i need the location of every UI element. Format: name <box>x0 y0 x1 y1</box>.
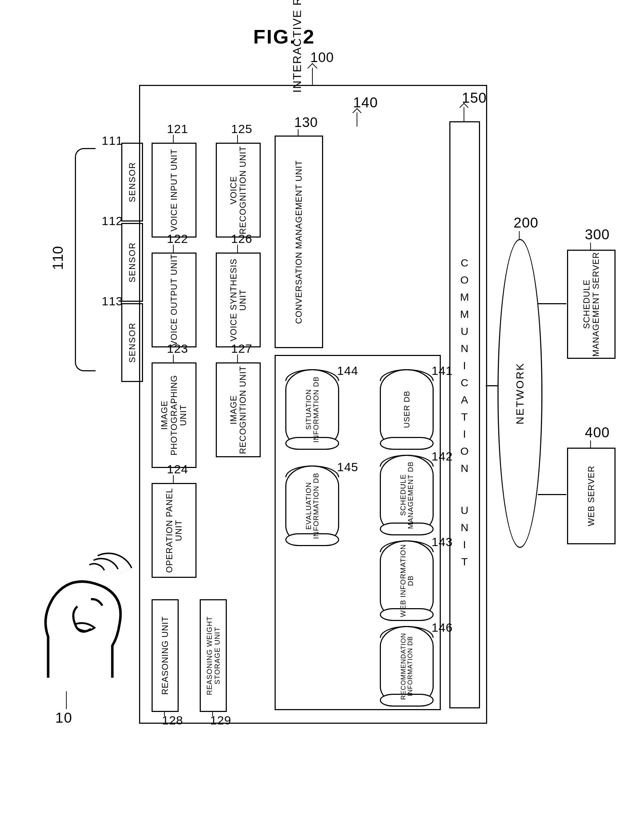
lead <box>173 135 174 143</box>
sensor-113: SENSOR <box>121 303 143 382</box>
sensor-111: SENSOR <box>121 143 143 221</box>
block-label: VOICE OUTPUT UNIT <box>169 254 178 346</box>
web-server: WEB SERVER <box>567 448 616 544</box>
ref-130: 130 <box>294 115 318 130</box>
ref-100: 100 <box>310 50 334 65</box>
ref-400: 400 <box>585 425 610 441</box>
communication-unit-label: COMMUNICATIONUNIT <box>460 257 469 573</box>
sensor-label: SENSOR <box>127 322 137 363</box>
network-node: NETWORK <box>497 239 542 548</box>
figure-title: FIG. 2 <box>253 25 315 48</box>
communication-unit: COMMUNICATIONUNIT <box>449 121 480 708</box>
ref-128: 128 <box>162 714 183 727</box>
lead-150 <box>464 107 464 121</box>
sensor-112: SENSOR <box>121 223 143 302</box>
lead <box>173 355 174 362</box>
ref-200: 200 <box>513 215 539 231</box>
sensor-brace <box>75 148 96 371</box>
ref-127: 127 <box>231 342 253 355</box>
db-label: SCHEDULE MANAGEMENT DB <box>400 456 414 534</box>
ref-144: 144 <box>337 364 358 378</box>
voice-input-unit: VOICE INPUT UNIT <box>152 143 196 238</box>
image-recognition-unit: IMAGE RECOGNITION UNIT <box>216 362 261 457</box>
network-label: NETWORK <box>514 362 526 425</box>
ref-121: 121 <box>167 122 188 136</box>
block-label: VOICE INPUT UNIT <box>169 149 178 232</box>
ref-126: 126 <box>231 232 253 246</box>
voice-output-unit: VOICE OUTPUT UNIT <box>152 253 196 347</box>
lead-100 <box>312 68 313 85</box>
web-information-db: WEB INFORMATION DB <box>380 540 434 621</box>
ref-124: 124 <box>167 462 188 476</box>
lead <box>212 711 213 716</box>
ref-111: 111 <box>102 134 123 148</box>
voice-recognition-unit: VOICE RECOGNITION UNIT <box>216 143 261 238</box>
lead <box>298 129 298 136</box>
image-photographing-unit: IMAGE PHOTOGRAPHING UNIT <box>152 362 196 468</box>
recommendation-information-db: RECOMMENDATION INFORMATION DB <box>380 626 434 707</box>
db-label: SITUATION INFORMATION DB <box>305 370 320 449</box>
conn-net-400 <box>538 494 566 495</box>
ref-129: 129 <box>210 714 231 727</box>
block-label: IMAGE RECOGNITION UNIT <box>229 363 248 456</box>
lead <box>173 245 174 253</box>
ref-122: 122 <box>167 232 188 246</box>
conversation-management-unit: CONVERSATION MANAGEMENT UNIT <box>275 136 323 348</box>
ref-125: 125 <box>231 122 253 136</box>
sensor-label: SENSOR <box>127 162 137 202</box>
block-label: VOICE RECOGNITION UNIT <box>229 144 248 237</box>
block-label: REASONING WEIGHT STORAGE UNIT <box>205 600 221 711</box>
lead-140 <box>357 112 357 126</box>
situation-information-db: SITUATION INFORMATION DB <box>285 369 339 450</box>
block-label: OPERATION PANEL UNIT <box>165 484 184 577</box>
lead <box>237 355 238 362</box>
lead <box>237 135 238 143</box>
db-label: USER DB <box>403 391 411 428</box>
sensor-label: SENSOR <box>127 242 137 283</box>
interactive-robot-title: INTERACTIVE ROBOT <box>291 0 304 93</box>
schedule-management-server: SCHEDULE MANAGEMENT SERVER <box>567 249 616 359</box>
ref-123: 123 <box>167 342 188 355</box>
ref-113: 113 <box>102 294 123 308</box>
ref-150: 150 <box>462 90 487 106</box>
schedule-management-db: SCHEDULE MANAGEMENT DB <box>380 455 434 535</box>
block-label: VOICE SYNTHESIS UNIT <box>229 254 248 346</box>
db-label: WEB INFORMATION DB <box>400 542 414 620</box>
lead <box>237 245 238 253</box>
lead-200 <box>519 231 520 239</box>
ref-300: 300 <box>585 226 610 243</box>
ref-10: 10 <box>55 710 73 726</box>
user-icon <box>38 574 126 678</box>
operation-panel-unit: OPERATION PANEL UNIT <box>152 483 196 578</box>
block-label: IMAGE PHOTOGRAPHING UNIT <box>160 363 188 467</box>
lead-300 <box>590 243 591 249</box>
ref-110: 110 <box>50 246 66 270</box>
db-label: RECOMMENDATION INFORMATION DB <box>400 627 414 706</box>
ext-label: WEB SERVER <box>587 466 596 526</box>
lead-10 <box>66 691 67 709</box>
lead <box>164 711 165 716</box>
conn-net-300 <box>538 303 566 304</box>
block-label: CONVERSATION MANAGEMENT UNIT <box>294 160 303 324</box>
lead <box>173 475 174 483</box>
lead-400 <box>590 441 591 448</box>
voice-synthesis-unit: VOICE SYNTHESIS UNIT <box>216 253 261 347</box>
evaluation-information-db: EVALUATION INFORMATION DB <box>285 466 339 546</box>
user-db: USER DB <box>380 369 434 450</box>
ref-112: 112 <box>102 214 123 228</box>
ext-label: SCHEDULE MANAGEMENT SERVER <box>582 251 601 358</box>
conn-robot-network <box>486 385 498 386</box>
ref-145: 145 <box>337 460 358 474</box>
block-label: REASONING UNIT <box>161 616 170 695</box>
reasoning-unit: REASONING UNIT <box>152 599 178 712</box>
reasoning-weight-storage-unit: REASONING WEIGHT STORAGE UNIT <box>200 599 227 712</box>
db-label: EVALUATION INFORMATION DB <box>305 467 320 545</box>
